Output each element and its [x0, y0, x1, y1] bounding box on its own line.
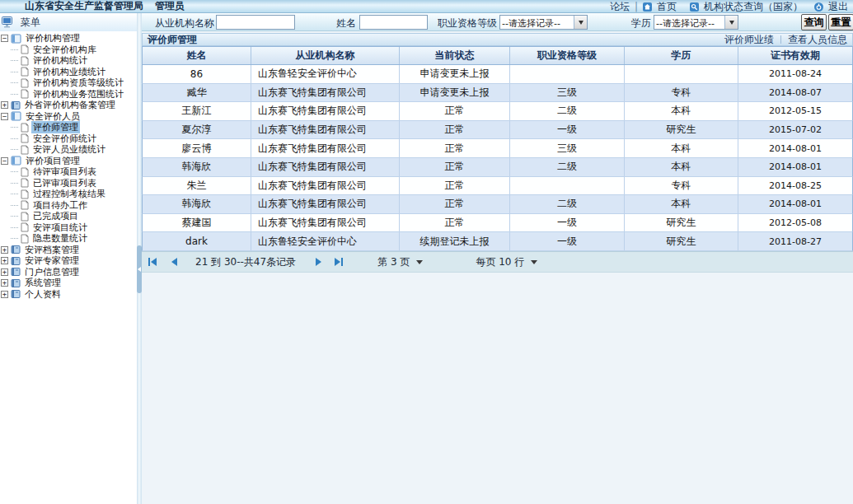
- table-cell: 2012-05-15: [738, 102, 852, 120]
- table-row[interactable]: 86山东鲁轻安全评价中心申请变更未上报2011-08-24: [142, 65, 853, 84]
- table-row[interactable]: 韩海欣山东赛飞特集团有限公司正常二级本科2014-08-01: [142, 158, 853, 177]
- collapse-icon[interactable]: −: [1, 113, 8, 120]
- org-name-input[interactable]: [216, 15, 295, 30]
- tree-connector: [11, 49, 18, 50]
- expand-icon[interactable]: +: [1, 268, 8, 276]
- tree-item[interactable]: −评价项目管理: [0, 156, 137, 167]
- tree-item[interactable]: +个人资料: [0, 289, 137, 301]
- page-icon: [21, 222, 29, 232]
- tree-item[interactable]: 评价机构业务范围统计: [0, 89, 137, 100]
- logout-link[interactable]: 退出: [828, 0, 848, 14]
- column-header: 职业资格等级: [510, 47, 625, 64]
- tree-item[interactable]: 项目待办工作: [0, 200, 137, 212]
- dropdown-arrow-icon: [531, 260, 537, 264]
- page-icon: [21, 56, 29, 66]
- tree-item[interactable]: +外省评价机构备案管理: [0, 100, 137, 111]
- table-row[interactable]: 王新江山东赛飞特集团有限公司正常二级本科2012-05-15: [142, 102, 853, 121]
- tree-item[interactable]: 评价机构业绩统计: [0, 67, 137, 78]
- table-row[interactable]: 蔡建国山东赛飞特集团有限公司正常一级研究生2012-05-08: [142, 214, 853, 233]
- table-cell: 申请变更未上报: [400, 65, 510, 83]
- prev-page-button[interactable]: [171, 258, 177, 266]
- tree-item[interactable]: −评价机构管理: [0, 33, 137, 44]
- first-page-button[interactable]: [148, 258, 157, 266]
- home-link[interactable]: 首页: [657, 0, 677, 14]
- book-icon: [11, 267, 21, 277]
- expand-icon[interactable]: +: [1, 101, 8, 109]
- page-icon: [21, 44, 29, 54]
- tree-item[interactable]: 过程控制考核结果: [0, 189, 137, 200]
- page-size-select[interactable]: 每页 10 行: [476, 255, 537, 269]
- tree-item[interactable]: 已完成项目: [0, 211, 137, 222]
- dropdown-arrow-icon[interactable]: [724, 16, 738, 29]
- table-cell: 本科: [625, 195, 738, 213]
- tree-item[interactable]: +门户信息管理: [0, 267, 137, 278]
- evaluator-performance-link[interactable]: 评价师业绩: [724, 33, 774, 47]
- expand-icon[interactable]: +: [1, 291, 8, 298]
- expand-icon[interactable]: +: [1, 246, 8, 254]
- tree-item[interactable]: 评价机构资质等级统计: [0, 77, 137, 89]
- last-page-button[interactable]: [335, 258, 343, 266]
- table-cell: 专科: [625, 177, 738, 195]
- table-cell: 王新江: [143, 102, 251, 120]
- tree-item[interactable]: 安全评价机构库: [0, 44, 137, 56]
- tree-connector: [11, 205, 18, 206]
- table-row[interactable]: 朱兰山东赛飞特集团有限公司正常专科2014-08-25: [142, 177, 853, 196]
- qualification-select[interactable]: --请选择记录--: [499, 15, 588, 30]
- table-row[interactable]: 廖云博山东赛飞特集团有限公司正常三级本科2014-08-01: [142, 139, 853, 158]
- tree-item[interactable]: 评价机构统计: [0, 55, 137, 67]
- tree-item[interactable]: 已评审项目列表: [0, 178, 137, 189]
- qualification-label: 职业资格等级: [435, 16, 497, 30]
- evaluator-table: 姓名从业机构名称当前状态职业资格等级学历证书有效期 86山东鲁轻安全评价中心申请…: [142, 46, 853, 251]
- collapse-icon[interactable]: −: [1, 157, 8, 165]
- reset-button[interactable]: 重置: [828, 14, 853, 30]
- page-icon: [21, 212, 29, 222]
- page-icon: [21, 189, 29, 199]
- search-button[interactable]: 查询: [801, 14, 827, 30]
- org-status-link[interactable]: 机构状态查询（国家）: [704, 0, 803, 14]
- expand-icon[interactable]: +: [1, 279, 8, 287]
- collapse-icon[interactable]: −: [1, 35, 8, 42]
- forum-link[interactable]: 论坛: [610, 0, 630, 14]
- tree-item[interactable]: +系统管理: [0, 278, 137, 289]
- tree-item[interactable]: 安评项目统计: [0, 222, 137, 234]
- table-cell: 专科: [625, 84, 738, 102]
- tree-item-label[interactable]: 个人资料: [23, 288, 63, 301]
- view-personnel-info-link[interactable]: 查看人员信息: [788, 33, 847, 47]
- table-cell: 正常: [400, 139, 510, 157]
- table-cell: 二级: [510, 158, 625, 176]
- tree-item[interactable]: 评价师管理: [0, 122, 137, 133]
- tree-item[interactable]: 待评审项目列表: [0, 166, 137, 178]
- panel-header: 评价师管理 评价师业绩 查看人员信息: [142, 33, 853, 46]
- tree-item[interactable]: +安评档案管理: [0, 245, 137, 256]
- filter-bar: 从业机构名称 姓名 职业资格等级 --请选择记录-- 学历 --请选择记录-- …: [142, 13, 853, 31]
- tree-connector: [11, 72, 18, 72]
- page-size-value: 每页 10 行: [476, 255, 524, 269]
- page-number-select[interactable]: 第 3 页: [377, 255, 423, 269]
- table-cell: 韩海欣: [143, 158, 251, 176]
- tree-item[interactable]: 隐患数量统计: [0, 233, 137, 245]
- table-cell: 正常: [400, 102, 510, 120]
- table-row[interactable]: 夏尔淳山东赛飞特集团有限公司正常一级研究生2015-07-02: [142, 121, 853, 140]
- tree-connector: [11, 127, 18, 128]
- book-icon: [11, 100, 21, 110]
- column-header: 姓名: [143, 47, 251, 64]
- dropdown-arrow-icon[interactable]: [574, 16, 587, 29]
- table-row[interactable]: dark山东鲁轻安全评价中心续期登记未上报一级研究生2011-08-27: [142, 232, 853, 251]
- table-row[interactable]: 臧华山东赛飞特集团有限公司申请变更未上报三级专科2014-08-07: [142, 84, 853, 103]
- page-icon: [21, 145, 29, 155]
- expand-icon[interactable]: +: [1, 257, 8, 264]
- tree-item[interactable]: 安全评价师统计: [0, 133, 137, 145]
- next-page-button[interactable]: [316, 258, 321, 266]
- tree-item[interactable]: −安全评价人员: [0, 111, 137, 123]
- column-header: 从业机构名称: [251, 47, 400, 64]
- table-cell: 2014-08-01: [738, 139, 852, 157]
- tree-item[interactable]: 安评人员业绩统计: [0, 144, 137, 156]
- tree-connector: [11, 171, 18, 172]
- page-icon: [21, 178, 29, 188]
- tree-connector: [11, 82, 18, 83]
- education-select[interactable]: --请选择记录--: [654, 15, 738, 30]
- table-row[interactable]: 韩海欣山东赛飞特集团有限公司正常二级本科2014-08-01: [142, 195, 853, 214]
- tree-item[interactable]: +安评专家管理: [0, 255, 137, 267]
- app-title: 山东省安全生产监督管理局: [25, 0, 143, 13]
- person-name-input[interactable]: [359, 15, 428, 30]
